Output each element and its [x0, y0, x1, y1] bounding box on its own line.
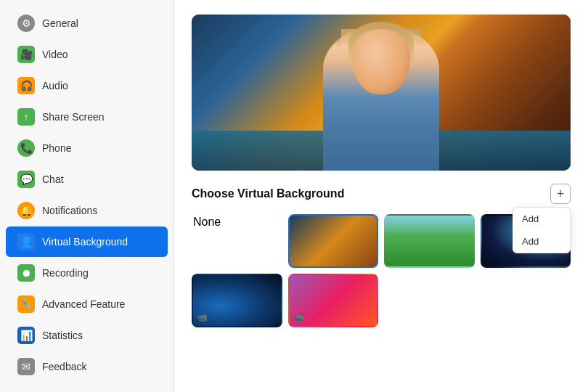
section-title: Choose Virtual Background [192, 187, 344, 200]
sidebar-label-audio: Audio [42, 80, 68, 91]
add-dropdown: Add Add [513, 207, 571, 253]
person-overlay [323, 25, 439, 171]
dropdown-add-1[interactable]: Add [513, 208, 570, 230]
bg-thumb-grass[interactable] [384, 214, 475, 268]
preview-container [192, 15, 571, 171]
sidebar-item-phone[interactable]: 📞Phone [6, 133, 168, 163]
sidebar-item-advanced[interactable]: 🔧Advanced Feature [6, 289, 168, 319]
sidebar-item-audio[interactable]: 🎧Audio [6, 70, 168, 101]
sidebar-label-virtual-background: Virtual Background [42, 236, 128, 248]
dropdown-add-2[interactable]: Add [513, 230, 570, 253]
audio-icon: 🎧 [17, 77, 35, 94]
sidebar-label-notifications: Notifications [42, 205, 97, 216]
section-header: Choose Virtual Background + Add Add [192, 184, 571, 204]
sidebar-label-advanced: Advanced Feature [42, 298, 125, 310]
sidebar-label-statistics: Statistics [42, 330, 83, 341]
chat-icon: 💬 [17, 171, 35, 188]
bg-thumb-none[interactable]: None [192, 214, 282, 268]
sidebar-item-virtual-background[interactable]: 👤Virtual Background [6, 226, 168, 257]
advanced-icon: 🔧 [17, 295, 35, 313]
add-background-button[interactable]: + [550, 184, 571, 204]
sidebar-label-general: General [42, 17, 78, 29]
statistics-icon: 📊 [17, 327, 35, 344]
phone-icon: 📞 [17, 139, 35, 157]
sidebar-label-feedback: Feedback [42, 361, 86, 372]
sidebar-label-recording: Recording [42, 267, 89, 279]
none-label: None [193, 216, 221, 228]
sidebar-label-phone: Phone [42, 142, 71, 154]
sidebar-label-chat: Chat [42, 173, 64, 185]
camera-icon: 📹 [293, 312, 304, 322]
recording-icon: ⏺ [17, 264, 35, 282]
face [352, 29, 410, 94]
notifications-icon: 🔔 [17, 202, 35, 219]
sidebar-item-recording[interactable]: ⏺Recording [6, 258, 168, 288]
bg-thumb-purple[interactable]: 📹 [288, 274, 379, 327]
virtual-background-icon: 👤 [17, 233, 35, 250]
bg-thumb-earth[interactable]: 📹 [192, 274, 282, 327]
feedback-icon: ✉ [17, 358, 35, 375]
plus-icon: + [557, 187, 565, 202]
sidebar-item-video[interactable]: 🎥Video [6, 39, 168, 70]
bg-thumb-golden-gate[interactable] [288, 214, 379, 268]
sidebar-item-share[interactable]: ↑Share Screen [6, 102, 168, 132]
add-button-wrapper: + Add Add [550, 184, 571, 204]
sidebar-item-chat[interactable]: 💬Chat [6, 164, 168, 195]
camera-icon: 📹 [197, 312, 208, 322]
share-icon: ↑ [17, 108, 35, 126]
main-content: Choose Virtual Background + Add Add None… [174, 0, 588, 392]
general-icon: ⚙ [17, 15, 35, 32]
sidebar-item-general[interactable]: ⚙General [6, 8, 168, 38]
sidebar-item-notifications[interactable]: 🔔Notifications [6, 195, 168, 226]
sidebar-item-feedback[interactable]: ✉Feedback [6, 351, 168, 382]
sidebar-label-video: Video [42, 49, 68, 60]
sidebar: ⚙General🎥Video🎧Audio↑Share Screen📞Phone💬… [0, 0, 174, 392]
sidebar-label-share: Share Screen [42, 111, 105, 123]
sidebar-item-statistics[interactable]: 📊Statistics [6, 320, 168, 351]
video-icon: 🎥 [17, 46, 35, 63]
